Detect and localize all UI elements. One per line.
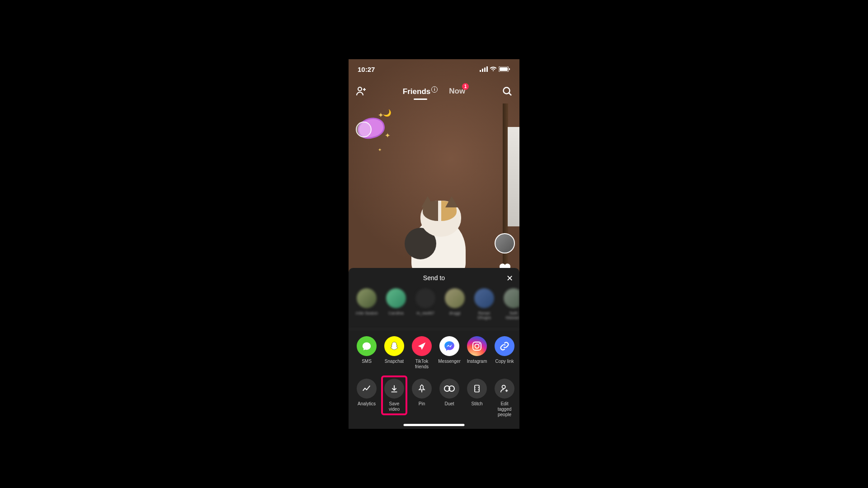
app-label: TikTok friends xyxy=(412,359,432,370)
contact-name-label: Renan Dhogra xyxy=(473,311,495,320)
share-action-analytics[interactable]: Analytics xyxy=(357,379,377,418)
svg-point-15 xyxy=(502,385,505,389)
share-app-messenger[interactable]: Messenger xyxy=(439,336,459,370)
svg-rect-6 xyxy=(509,68,510,70)
close-icon[interactable]: ✕ xyxy=(506,273,513,283)
action-label: Edit tagged people xyxy=(495,401,514,418)
contact-avatar xyxy=(386,288,406,308)
contact-avatar xyxy=(357,288,377,308)
sms-icon xyxy=(357,336,377,356)
app-label: Copy link xyxy=(495,359,514,364)
contact-avatar xyxy=(474,288,494,308)
action-label: Pin xyxy=(419,401,425,407)
share-contact[interactable]: m_neel67 xyxy=(414,288,437,320)
share-actions-row: AnalyticsSave videoPinDuetStitchEdit tag… xyxy=(349,372,519,420)
status-time: 10:27 xyxy=(358,66,375,73)
video-sticker-space-cat: 🌙 ✦ ✦ ✦ xyxy=(353,109,394,145)
share-action-save-video[interactable]: Save video xyxy=(384,379,404,418)
svg-point-8 xyxy=(503,88,509,94)
creator-avatar[interactable] xyxy=(495,233,515,253)
share-contacts-row[interactable]: Artie SeatonCarolinam_neel67druggiRenan … xyxy=(349,286,519,329)
share-contact[interactable]: Seth Massaro xyxy=(502,288,519,320)
instagram-icon xyxy=(467,336,487,356)
now-badge: 1 xyxy=(462,83,469,90)
pin-icon xyxy=(412,379,432,399)
contact-avatar xyxy=(445,288,465,308)
svg-rect-1 xyxy=(482,69,483,72)
save-video-icon xyxy=(384,379,404,399)
svg-rect-14 xyxy=(475,385,479,392)
share-app-copy-link[interactable]: Copy link xyxy=(495,336,514,370)
share-action-edit-tagged[interactable]: Edit tagged people xyxy=(495,379,514,418)
tab-now[interactable]: Now 1 xyxy=(449,87,465,96)
share-contact[interactable]: Renan Dhogra xyxy=(473,288,495,320)
share-contact[interactable]: Carolina xyxy=(385,288,407,320)
svg-rect-0 xyxy=(480,70,481,72)
edit-tagged-icon xyxy=(495,379,514,399)
app-label: Instagram xyxy=(467,359,487,364)
svg-rect-2 xyxy=(484,68,486,72)
messenger-icon xyxy=(439,336,459,356)
svg-rect-3 xyxy=(486,66,488,72)
analytics-icon xyxy=(357,379,377,399)
share-apps-row: SMSSnapchatTikTok friendsMessengerInstag… xyxy=(349,329,519,372)
snapchat-icon xyxy=(384,336,404,356)
share-sheet-title: Send to xyxy=(423,274,445,282)
phone-screen: 🌙 ✦ ✦ ✦ 10:27 xyxy=(349,59,519,429)
contact-name-label: Seth Massaro xyxy=(502,311,519,320)
top-nav: Friendsi Now 1 xyxy=(349,79,519,103)
status-indicators xyxy=(480,66,510,72)
share-sheet: Send to ✕ Artie SeatonCarolinam_neel67dr… xyxy=(349,268,519,429)
share-contact[interactable]: druggi xyxy=(443,288,466,320)
svg-rect-5 xyxy=(500,67,508,71)
app-label: Messenger xyxy=(438,359,460,364)
action-label: Analytics xyxy=(358,401,376,407)
svg-point-7 xyxy=(358,87,362,91)
add-friend-icon[interactable] xyxy=(355,86,366,97)
app-label: SMS xyxy=(362,359,372,364)
contact-name-label: m_neel67 xyxy=(416,311,434,315)
share-action-pin[interactable]: Pin xyxy=(412,379,432,418)
svg-point-11 xyxy=(479,343,480,344)
tiktok-friends-icon xyxy=(412,336,432,356)
stitch-icon xyxy=(467,379,487,399)
info-icon[interactable]: i xyxy=(431,86,438,93)
action-label: Duet xyxy=(444,401,454,407)
signal-icon xyxy=(480,66,488,72)
video-detail-bag xyxy=(508,127,519,226)
share-app-tiktok-friends[interactable]: TikTok friends xyxy=(412,336,432,370)
wifi-icon xyxy=(490,66,497,72)
contact-name-label: Artie Seaton xyxy=(355,311,378,315)
action-label: Save video xyxy=(384,401,404,412)
status-bar: 10:27 xyxy=(349,59,519,79)
search-icon[interactable] xyxy=(502,86,513,97)
svg-point-10 xyxy=(475,344,479,348)
contact-name-label: Carolina xyxy=(388,311,404,315)
copy-link-icon xyxy=(495,336,514,356)
home-indicator[interactable] xyxy=(404,424,465,426)
share-app-instagram[interactable]: Instagram xyxy=(467,336,487,370)
battery-icon xyxy=(499,66,510,72)
tab-friends-label: Friends xyxy=(403,87,430,96)
duet-icon xyxy=(439,379,459,399)
share-action-duet[interactable]: Duet xyxy=(439,379,459,418)
contact-name-label: druggi xyxy=(449,311,460,315)
contact-avatar xyxy=(504,288,519,308)
share-app-snapchat[interactable]: Snapchat xyxy=(384,336,404,370)
contact-avatar xyxy=(415,288,435,308)
app-label: Snapchat xyxy=(385,359,404,364)
share-app-sms[interactable]: SMS xyxy=(357,336,377,370)
video-subject-cat xyxy=(393,178,484,280)
share-action-stitch[interactable]: Stitch xyxy=(467,379,487,418)
share-contact[interactable]: Artie Seaton xyxy=(355,288,378,320)
action-label: Stitch xyxy=(471,401,482,407)
tab-friends[interactable]: Friendsi xyxy=(403,86,438,96)
